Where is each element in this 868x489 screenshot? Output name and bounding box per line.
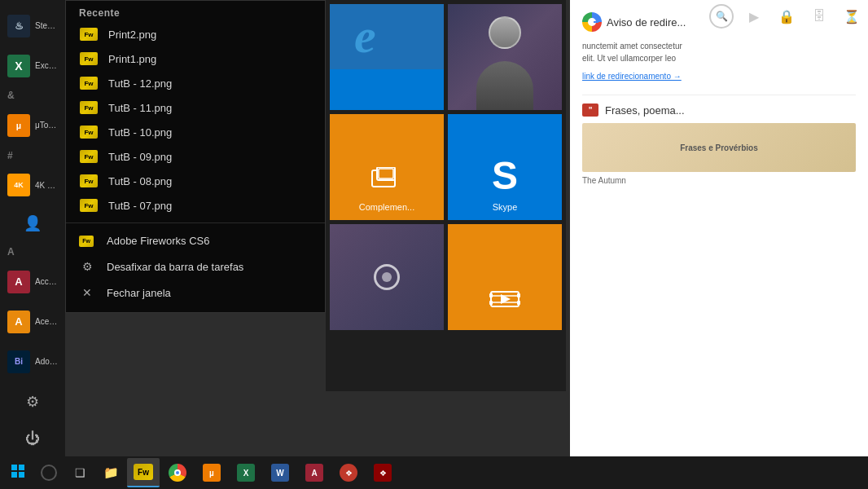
context-menu-divider [66, 222, 325, 223]
file-label-tutb08: TutB - 08.png [108, 175, 172, 187]
tile-bottom-right[interactable] [448, 224, 562, 330]
taskbar-red1-button[interactable]: ❖ [332, 458, 365, 487]
context-menu-item-tutb09[interactable]: Fw TutB - 09.png [66, 144, 325, 169]
quote-icon: " [582, 104, 598, 117]
access-app-label: Access [35, 277, 58, 286]
sidebar-item-4kvideo[interactable]: 4K 4K Vid [1, 166, 64, 205]
skype-label: Skype [493, 202, 518, 212]
file-icon-tutb12: Fw [79, 75, 99, 91]
start-button[interactable] [3, 458, 33, 487]
browser-link[interactable]: link de redirecionamento → [582, 72, 682, 81]
4kvideo-app-icon: 4K [7, 174, 30, 196]
context-action-label-unpin: Desafixar da barra de tarefas [107, 261, 243, 273]
tile-edge[interactable]: e [330, 4, 444, 110]
database-icon: 🗄 [813, 9, 826, 24]
close-x-icon: ✕ [79, 286, 95, 299]
google-g-icon [582, 12, 602, 32]
task-view-button[interactable]: ❑ [65, 458, 94, 487]
database-tray-icon[interactable]: 🗄 [807, 4, 831, 29]
file-label-tutb11: TutB - 11.png [108, 102, 172, 114]
tile-complement[interactable]: Complemen... [330, 114, 444, 220]
complement-label: Complemen... [359, 202, 414, 212]
context-menu-item-print1[interactable]: Fw Print1.png [66, 46, 325, 71]
svg-rect-8 [517, 293, 520, 297]
file-icon-print1: Fw [79, 51, 99, 67]
sidebar-item-excel[interactable]: X Excel 2 [1, 46, 64, 85]
adobe1-app-icon: Bi [7, 350, 30, 373]
sidebar-user-button[interactable]: 👤 [1, 206, 64, 241]
sidebar-item-acesso[interactable]: A Acessó Novo [1, 302, 64, 341]
red1-icon: ❖ [340, 464, 357, 482]
svg-rect-13 [11, 472, 17, 478]
frases-title: Frases, poema... [605, 104, 685, 117]
play-icon: ▶ [749, 9, 759, 24]
task-view-icon: ❑ [75, 466, 85, 479]
right-panel: Aviso de redire... nunctemit amet consec… [570, 0, 868, 456]
taskbar-excel-button[interactable]: X [230, 458, 262, 487]
browser-content: Aviso de redire... nunctemit amet consec… [570, 0, 868, 456]
file-label-tutb10: TutB - 10.png [108, 126, 172, 139]
taskbar-pinned-apps: Fw µ X W A ❖ ❖ [127, 458, 399, 487]
sidebar-item-access[interactable]: A Access [1, 262, 64, 301]
sidebar-item-utorrent[interactable]: µ μTorrent [1, 106, 64, 144]
taskbar-word-button[interactable]: W [264, 458, 296, 487]
sidebar-item-steam[interactable]: ♨ Steam [1, 7, 64, 45]
sidebar-letter-amp: & [1, 86, 64, 104]
lock-tray-icon[interactable]: 🔒 [774, 4, 799, 29]
cortana-button[interactable] [34, 458, 64, 487]
excel-icon: X [237, 464, 255, 482]
taskbar-chrome-button[interactable] [161, 458, 194, 487]
camera-lens [382, 272, 392, 282]
context-menu-item-tutb08[interactable]: Fw TutB - 08.png [66, 169, 325, 193]
sidebar-letter-hash: # [1, 147, 64, 165]
svg-rect-14 [19, 472, 24, 478]
frases-section: " Frases, poema... Frases e Provérbios T… [582, 95, 856, 185]
play-tray-icon[interactable]: ▶ [742, 4, 766, 29]
browser-redirect-text: Aviso de redire... [607, 16, 686, 29]
sidebar-item-adobe1[interactable]: Bi Adobe [1, 342, 64, 381]
context-menu-item-tutb07[interactable]: Fw TutB - 07.png [66, 193, 325, 218]
context-menu-item-tutb10[interactable]: Fw TutB - 10.png [66, 120, 325, 144]
context-menu-item-tutb11[interactable]: Fw TutB - 11.png [66, 95, 325, 120]
word-icon: W [271, 464, 289, 482]
frases-header: " Frases, poema... [582, 104, 856, 117]
fireworks-icon: Fw [79, 236, 95, 247]
lock-icon: 🔒 [778, 9, 795, 24]
taskbar-fw-button[interactable]: Fw [127, 458, 160, 487]
adobe1-app-label: Adobe [35, 357, 58, 366]
tile-photo[interactable] [448, 4, 562, 110]
taskbar-red2-button[interactable]: ❖ [366, 458, 399, 487]
fw-icon: Fw [134, 464, 153, 480]
file-label-tutb09: TutB - 09.png [108, 151, 172, 163]
settings-button[interactable]: ⚙ [1, 384, 64, 419]
utorrent-app-icon: µ [7, 114, 30, 137]
access-icon: A [305, 464, 323, 482]
context-menu-item-print2[interactable]: Fw Print2.png [66, 22, 325, 46]
context-action-close[interactable]: ✕ Fechar janela [66, 280, 325, 306]
file-label-tutb12: TutB - 12.png [108, 77, 172, 90]
chrome-icon [169, 464, 186, 482]
taskbar-torrent-button[interactable]: µ [195, 458, 228, 487]
context-action-app-name[interactable]: Fw Adobe Fireworks CS6 [66, 228, 325, 253]
svg-rect-7 [489, 301, 493, 305]
context-action-unpin[interactable]: ⚙ Desafixar da barra de tarefas [66, 253, 325, 280]
skype-s-letter: S [492, 153, 518, 198]
acesso-app-icon: A [7, 311, 30, 333]
person-avatar [489, 16, 521, 49]
context-menu-item-tutb12[interactable]: Fw TutB - 12.png [66, 71, 325, 95]
taskbar: ❑ 📁 Fw µ X W A [0, 456, 868, 489]
taskbar-access-button[interactable]: A [298, 458, 331, 487]
file-explorer-button[interactable]: 📁 [96, 458, 125, 487]
hourglass-icon: ⏳ [844, 9, 860, 24]
file-label-tutb07: TutB - 07.png [108, 200, 172, 212]
user-icon: 👤 [24, 214, 42, 232]
red2-icon: ❖ [374, 464, 392, 482]
tile-bottom-left[interactable] [330, 224, 444, 330]
excel-app-label: Excel 2 [35, 61, 58, 70]
power-button[interactable]: ⏻ [1, 421, 64, 456]
search-circle-icon [41, 465, 57, 481]
file-icon-print2: Fw [79, 26, 99, 42]
search-circle-tray-icon[interactable]: 🔍 [709, 4, 734, 29]
hourglass-tray-icon[interactable]: ⏳ [840, 4, 864, 29]
tile-skype[interactable]: S Skype [448, 114, 562, 220]
